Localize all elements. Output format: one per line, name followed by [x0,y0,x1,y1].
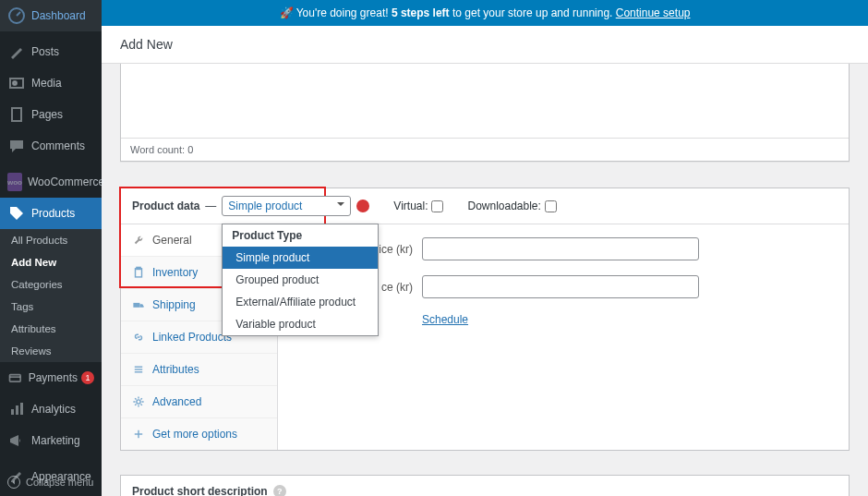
product-type-dropdown: Product Type Simple product Grouped prod… [222,224,379,336]
warning-icon [356,200,369,212]
svg-rect-17 [137,267,140,269]
short-description-header: Product short description ? [121,476,849,496]
sidebar-label: Posts [31,45,59,58]
svg-rect-7 [16,405,18,415]
sidebar-item-analytics[interactable]: Analytics [0,393,102,425]
subitem-categories[interactable]: Categories [0,273,102,296]
help-icon[interactable]: ? [273,485,286,496]
sidebar-item-payments[interactable]: Payments 1 [0,362,102,393]
select-value: Simple product [228,200,302,212]
product-data-label: Product data [132,200,199,212]
analytics-icon [7,400,26,418]
collapse-menu-button[interactable]: Collapse menu [0,468,102,496]
current-indicator-icon [102,209,111,218]
tab-attributes[interactable]: Attributes [121,354,277,386]
svg-point-2 [13,81,17,85]
svg-point-22 [137,400,140,404]
list-icon [132,363,145,376]
admin-sidebar: Dashboard Posts Media Pages Comments woo… [0,0,102,496]
comment-icon [7,137,26,155]
clipboard-icon [132,266,145,279]
sidebar-label: Products [31,207,75,220]
sidebar-label: Analytics [31,403,76,416]
content-editor: Word count: 0 [120,64,850,162]
virtual-label: Virtual: [393,200,428,212]
continue-setup-link[interactable]: Continue setup [616,6,691,19]
dropdown-header: Product Type [223,224,378,247]
dropdown-option-simple[interactable]: Simple product [223,247,378,269]
notification-badge: 1 [81,371,94,384]
regular-price-input[interactable] [422,237,699,260]
sidebar-item-marketing[interactable]: Marketing [0,425,102,456]
sidebar-item-posts[interactable]: Posts [0,36,102,67]
svg-rect-21 [135,371,142,372]
dashboard-icon [7,6,26,25]
dropdown-option-variable[interactable]: Variable product [223,313,378,335]
svg-rect-19 [135,367,142,368]
wrench-icon [132,234,145,247]
product-data-header: Product data — Simple product Product Ty… [121,188,849,224]
downloadable-option[interactable]: Downloadable: [467,200,556,212]
sidebar-item-pages[interactable]: Pages [0,99,102,130]
svg-rect-24 [135,433,142,434]
subitem-attributes[interactable]: Attributes [0,318,102,340]
payments-icon [7,369,23,387]
virtual-option[interactable]: Virtual: [393,200,443,212]
sidebar-label: Pages [31,108,63,121]
collapse-label: Collapse menu [26,477,93,488]
tab-label: Attributes [152,363,199,376]
tab-label: General [152,234,192,247]
sidebar-item-woocommerce[interactable]: woo WooCommerce [0,166,102,198]
svg-rect-20 [135,369,142,369]
setup-post: to get your store up and running. [452,6,612,19]
dropdown-option-external[interactable]: External/Affiliate product [223,291,378,313]
truck-icon [132,298,145,311]
tab-get-more[interactable]: Get more options [121,418,277,450]
sale-price-input[interactable] [422,275,699,298]
editor-textarea[interactable] [121,64,849,138]
svg-rect-8 [20,403,23,415]
sidebar-label: Payments [29,371,78,384]
dropdown-option-grouped[interactable]: Grouped product [223,269,378,291]
rocket-icon: 🚀 [280,6,294,19]
svg-rect-18 [133,303,139,308]
product-type-select[interactable]: Simple product [222,196,351,216]
svg-rect-3 [12,108,21,121]
sidebar-label: Marketing [31,434,80,447]
product-data-metabox: Product data — Simple product Product Ty… [120,188,850,451]
sidebar-item-dashboard[interactable]: Dashboard [0,0,102,31]
svg-rect-4 [9,375,20,381]
sidebar-submenu-products: All Products Add New Categories Tags Att… [0,229,102,362]
link-icon [132,331,145,344]
products-icon [7,204,26,223]
collapse-icon [7,476,20,489]
tab-label: Get more options [152,428,237,441]
downloadable-checkbox[interactable] [545,200,557,212]
sidebar-label: WooCommerce [28,175,104,188]
subitem-tags[interactable]: Tags [0,296,102,318]
subitem-reviews[interactable]: Reviews [0,340,102,362]
sidebar-item-comments[interactable]: Comments [0,130,102,162]
sidebar-label: Dashboard [31,9,86,22]
woo-icon: woo [7,173,22,191]
short-description-metabox: Product short description ? Add Media Pa… [120,475,850,496]
setup-banner: 🚀 You're doing great! 5 steps left to ge… [102,0,868,26]
subitem-all-products[interactable]: All Products [0,229,102,251]
virtual-checkbox[interactable] [431,200,443,212]
short-description-title: Product short description [132,485,268,496]
word-count: Word count: 0 [121,138,849,161]
subitem-add-new[interactable]: Add New [0,251,102,273]
downloadable-label: Downloadable: [467,200,540,212]
tab-label: Shipping [152,298,196,311]
media-icon [7,74,26,92]
tab-advanced[interactable]: Advanced [121,386,277,418]
schedule-link[interactable]: Schedule [422,313,468,326]
sidebar-item-media[interactable]: Media [0,67,102,99]
setup-pre: You're doing great! [296,6,389,19]
plus-icon [132,428,145,441]
tab-label: Advanced [152,395,201,408]
pin-icon [7,42,26,61]
sidebar-item-products[interactable]: Products [0,198,102,229]
page-header: Add New [102,26,868,64]
gear-icon [132,395,145,408]
